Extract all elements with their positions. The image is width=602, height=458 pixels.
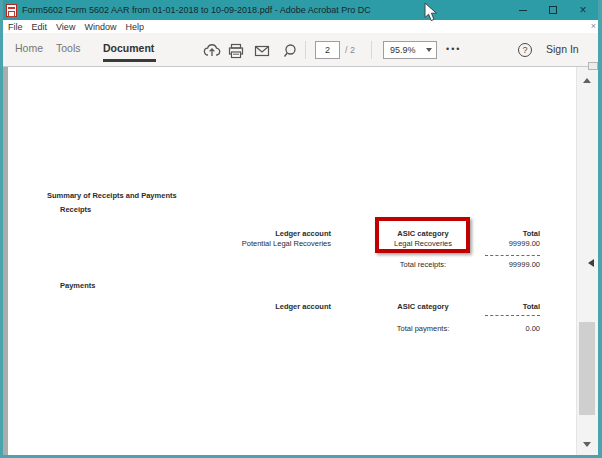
payments-col-total: Total (470, 302, 540, 311)
pdf-file-icon (6, 4, 17, 17)
receipts-row-total-value: 99999.00 (470, 239, 540, 248)
acrobat-window: Form5602 Form 5602 AAR from 01-01-2018 t… (0, 0, 602, 458)
receipts-col-ledger-account: Ledger account (191, 229, 331, 238)
annotation-red-box (375, 217, 470, 253)
minimize-icon (519, 10, 527, 11)
total-payments-value: 0.00 (470, 324, 540, 333)
toolbar-separator (371, 41, 372, 59)
menu-edit[interactable]: Edit (32, 22, 48, 32)
window-border-right (598, 0, 602, 458)
menu-help[interactable]: Help (125, 22, 144, 32)
window-title: Form5602 Form 5602 AAR from 01-01-2018 t… (22, 0, 371, 20)
receipts-section-label: Receipts (60, 205, 91, 214)
payments-col-ledger-account: Ledger account (191, 302, 331, 311)
toolbar-collapse-tab[interactable] (588, 62, 598, 70)
summary-heading: Summary of Receipts and Payments (47, 191, 177, 200)
chevron-down-icon (426, 48, 432, 52)
email-icon[interactable] (253, 42, 271, 60)
receipts-col-total: Total (470, 229, 540, 238)
tab-home[interactable]: Home (15, 42, 43, 54)
menu-bar: File Edit View Window Help (3, 20, 598, 33)
toolbar: Home Tools Document 2 / 2 95.9% ••• ? Si… (3, 33, 598, 67)
pane-toggle-icon[interactable] (588, 259, 594, 267)
help-icon[interactable]: ? (518, 43, 532, 57)
payments-col-asic-category: ASIC category (378, 302, 468, 311)
left-panel-strip[interactable] (3, 67, 8, 455)
zoom-dropdown[interactable]: 95.9% (383, 41, 437, 59)
menu-window[interactable]: Window (84, 22, 116, 32)
scroll-down-icon[interactable] (583, 442, 591, 447)
scrollbar-thumb[interactable] (579, 322, 595, 415)
pdf-page[interactable]: Summary of Receipts and Payments Receipt… (3, 67, 576, 455)
sign-in-button[interactable]: Sign In (546, 43, 579, 55)
menu-file[interactable]: File (8, 22, 23, 32)
minimize-button[interactable] (508, 0, 538, 20)
window-controls: × (508, 0, 598, 20)
payments-section-label: Payments (60, 281, 95, 290)
window-border-left (0, 0, 3, 458)
receipts-row-ledger-value: Potential Legal Recoveries (191, 239, 331, 248)
cursor-pointer (424, 2, 438, 26)
tab-tools[interactable]: Tools (56, 42, 81, 54)
menu-view[interactable]: View (56, 22, 75, 32)
more-options-button[interactable]: ••• (446, 44, 461, 54)
search-icon[interactable] (281, 42, 299, 60)
total-receipts-value: 99999.00 (470, 260, 540, 269)
payments-total-divider (485, 315, 540, 316)
share-upload-icon[interactable] (203, 42, 221, 60)
total-payments-label: Total payments: (378, 324, 468, 333)
menubar-close-icon[interactable]: × (591, 20, 596, 33)
receipts-total-divider (485, 255, 540, 256)
zoom-value: 95.9% (390, 45, 416, 55)
active-tab-underline (103, 59, 156, 62)
title-bar[interactable]: Form5602 Form 5602 AAR from 01-01-2018 t… (0, 0, 602, 20)
scroll-up-icon[interactable] (583, 78, 591, 83)
maximize-icon (549, 6, 557, 14)
close-button[interactable]: × (568, 0, 598, 20)
tab-document[interactable]: Document (103, 42, 154, 54)
maximize-button[interactable] (538, 0, 568, 20)
total-receipts-label: Total receipts: (378, 260, 468, 269)
print-icon[interactable] (227, 42, 245, 60)
page-total-label: / 2 (345, 45, 355, 55)
toolbar-separator (305, 41, 306, 59)
page-number-input[interactable]: 2 (315, 41, 340, 59)
